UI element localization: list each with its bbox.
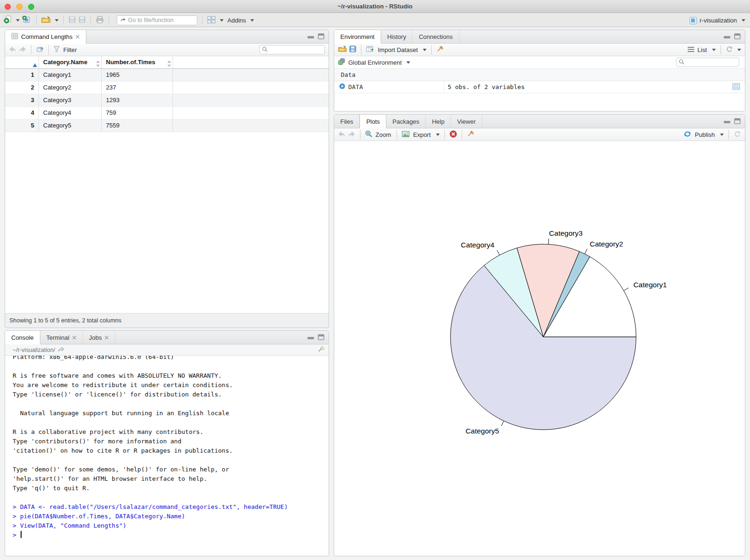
environment-search-input[interactable] <box>686 59 733 66</box>
publish-caret[interactable] <box>720 134 724 136</box>
tab-command-lengths[interactable]: Command Lengths <box>5 30 86 44</box>
viewer-search-input[interactable] <box>270 46 316 53</box>
project-name: r-visualization <box>700 17 737 24</box>
tab-jobs[interactable]: Jobs <box>83 331 115 344</box>
project-selector[interactable]: R r-visualization <box>690 14 745 27</box>
zoom-plot-button[interactable]: Zoom <box>375 131 391 138</box>
open-in-new-window-icon[interactable] <box>36 46 44 54</box>
tab-terminal[interactable]: Terminal <box>40 331 83 344</box>
viewer-tab-label: Command Lengths <box>21 33 73 40</box>
list-view-caret[interactable] <box>712 49 716 51</box>
table-cell: Category4 <box>39 107 102 119</box>
goto-directory-icon[interactable] <box>58 347 64 353</box>
tab-packages[interactable]: Packages <box>386 115 426 128</box>
close-window-button[interactable] <box>5 4 11 10</box>
console-output-line: Platform: x86_64-apple-darwin15.6.0 (64-… <box>13 356 329 362</box>
working-directory: ~/r-visualization/ <box>13 347 55 353</box>
row-number-header[interactable] <box>5 56 39 68</box>
viewer-search[interactable] <box>259 45 325 54</box>
close-tab-icon[interactable] <box>72 334 76 341</box>
filter-label[interactable]: Filter <box>63 46 77 53</box>
filter-icon[interactable] <box>53 46 60 54</box>
pie-slice-label: Category5 <box>465 427 499 435</box>
refresh-caret[interactable] <box>737 49 741 51</box>
save-workspace-icon[interactable] <box>349 45 356 54</box>
remove-plot-icon[interactable] <box>450 130 457 139</box>
publish-button[interactable]: Publish <box>695 131 715 138</box>
column-header-number-of-times[interactable]: Number.of.Times <box>102 56 173 68</box>
new-file-icon[interactable] <box>4 15 12 25</box>
load-workspace-icon[interactable] <box>338 45 347 54</box>
expand-object-icon[interactable] <box>339 83 345 91</box>
zoom-plot-icon <box>365 130 372 139</box>
maximize-pane-icon[interactable] <box>734 118 741 126</box>
clear-console-icon[interactable] <box>317 346 325 354</box>
table-row[interactable]: 5Category57559 <box>5 119 329 132</box>
refresh-plot-icon[interactable] <box>734 131 741 139</box>
minimize-window-button[interactable] <box>16 4 22 10</box>
console-input-line: > pie(DATA$Number.of.Times, DATA$Categor… <box>13 512 329 521</box>
addins-button[interactable]: Addins <box>227 17 246 24</box>
print-icon[interactable] <box>96 16 104 25</box>
table-row[interactable]: 2Category2237 <box>5 82 329 94</box>
import-dataset-icon[interactable] <box>366 45 375 54</box>
view-data-icon[interactable] <box>732 83 740 91</box>
clear-environment-icon[interactable] <box>436 45 444 54</box>
tab-files[interactable]: Files <box>334 115 360 128</box>
import-dataset-caret[interactable] <box>423 49 427 51</box>
tab-help[interactable]: Help <box>426 115 451 128</box>
save-icon <box>68 16 76 25</box>
clear-all-plots-icon[interactable] <box>467 130 474 139</box>
maximize-pane-icon[interactable] <box>734 33 741 41</box>
refresh-icon[interactable] <box>726 46 733 54</box>
environment-object-row[interactable]: DATA 5 obs. of 2 variables <box>334 81 745 93</box>
maximize-pane-icon[interactable] <box>318 33 324 41</box>
tab-viewer[interactable]: Viewer <box>451 115 482 128</box>
pie-label-tick <box>585 249 587 254</box>
search-icon <box>679 59 684 66</box>
table-header-row: Category.Name Number.of.Times <box>5 56 329 69</box>
environment-scope-selector[interactable]: Global Environment <box>348 59 402 66</box>
new-project-icon[interactable]: R <box>22 15 31 25</box>
goto-arrow-icon <box>120 17 126 24</box>
pie-chart: Category1Category2Category3Category4Cate… <box>334 141 745 556</box>
close-tab-icon[interactable] <box>105 334 109 341</box>
minimize-pane-icon[interactable] <box>723 33 731 40</box>
minimize-pane-icon[interactable] <box>307 33 315 40</box>
console-output[interactable]: Platform: x86_64-apple-darwin15.6.0 (64-… <box>5 356 329 556</box>
environment-tabstrip: Environment History Connections <box>334 30 745 44</box>
goto-file-input[interactable] <box>128 17 189 23</box>
minimize-pane-icon[interactable] <box>723 118 731 125</box>
export-caret[interactable] <box>436 134 440 136</box>
maximize-pane-icon[interactable] <box>318 334 324 342</box>
scope-caret[interactable] <box>406 61 410 64</box>
tab-plots[interactable]: Plots <box>360 115 386 128</box>
pie-slice-label: Category1 <box>633 281 667 289</box>
panes-dropdown-caret[interactable] <box>220 19 224 22</box>
goto-file-search[interactable] <box>117 15 197 25</box>
minimize-pane-icon[interactable] <box>307 334 315 341</box>
console-prompt[interactable]: > <box>13 530 329 540</box>
tab-connections[interactable]: Connections <box>412 30 459 43</box>
open-recent-caret[interactable] <box>55 19 59 22</box>
table-row[interactable]: 4Category4759 <box>5 107 329 119</box>
console-output-line <box>13 455 329 465</box>
export-plot-button[interactable]: Export <box>413 131 431 138</box>
environment-search[interactable] <box>676 58 739 67</box>
open-file-icon[interactable] <box>41 16 51 25</box>
addins-caret[interactable] <box>250 19 254 22</box>
new-file-dropdown-caret[interactable] <box>16 19 20 22</box>
tab-console[interactable]: Console <box>5 331 40 344</box>
tab-history[interactable]: History <box>381 30 412 43</box>
close-tab-icon[interactable] <box>75 33 80 40</box>
table-row[interactable]: 1Category11965 <box>5 69 329 82</box>
workspace-panes-icon[interactable] <box>207 16 216 25</box>
zoom-window-button[interactable] <box>28 4 34 10</box>
console-tabstrip: Console Terminal Jobs <box>5 331 329 344</box>
column-header-category-name[interactable]: Category.Name <box>39 56 102 68</box>
table-row[interactable]: 3Category31293 <box>5 94 329 107</box>
import-dataset-button[interactable]: Import Dataset <box>378 46 418 53</box>
list-view-button[interactable]: List <box>698 46 707 53</box>
console-output-line: Type 'demo()' for some demos, 'help()' f… <box>13 465 329 474</box>
tab-environment[interactable]: Environment <box>334 30 381 44</box>
